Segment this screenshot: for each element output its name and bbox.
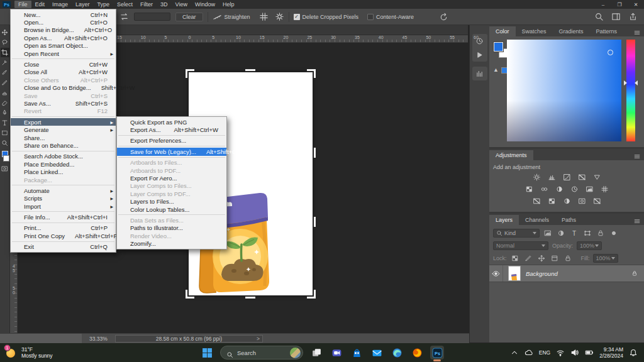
- crop-handle-right-2[interactable]: [314, 217, 316, 227]
- hue-slider[interactable]: [626, 40, 635, 141]
- mail-app-icon[interactable]: [370, 346, 384, 359]
- fill-value-dropdown[interactable]: 100%: [593, 254, 618, 263]
- background-color-swatch[interactable]: [3, 155, 9, 162]
- menu-item-open-recent[interactable]: Open Recent▶: [11, 50, 116, 57]
- menu-item-save[interactable]: SaveCtrl+S: [11, 92, 116, 99]
- menu-item-share-on-behance[interactable]: Share on Behance...: [11, 141, 116, 149]
- lock-transparent-pixels-icon[interactable]: [510, 254, 520, 263]
- tab-adjustments[interactable]: Adjustments: [489, 150, 533, 160]
- delete-cropped-pixels-checkbox[interactable]: ✓ Delete Cropped Pixels: [294, 14, 359, 20]
- crop-handle-top[interactable]: [245, 69, 255, 71]
- tab-gradients[interactable]: Gradients: [553, 26, 590, 36]
- tab-color[interactable]: Color: [489, 26, 516, 36]
- filter-adjustment-layers-icon[interactable]: [556, 229, 566, 238]
- menu-item-new[interactable]: New...Ctrl+N: [11, 11, 116, 18]
- weather-widget[interactable]: 1 31°F Mostly sunny: [0, 346, 126, 359]
- menu-item-place-embedded[interactable]: Place Embedded...: [11, 160, 116, 168]
- clear-button[interactable]: Clear: [175, 13, 203, 21]
- selective-color-adjustment-icon[interactable]: [577, 197, 587, 205]
- pen-tool[interactable]: [1, 108, 9, 118]
- panel-menu-icon[interactable]: [633, 28, 641, 35]
- type-tool[interactable]: [1, 118, 9, 128]
- menu-item-layers-to-files[interactable]: Layers to Files...: [117, 198, 226, 206]
- status-chevron-icon[interactable]: >: [257, 336, 260, 342]
- menu-item-generate[interactable]: Generate▶: [11, 126, 116, 133]
- menu-item-browse-in-bridge[interactable]: Browse in Bridge...Alt+Ctrl+O: [11, 26, 116, 34]
- color-cursor[interactable]: [608, 50, 613, 55]
- zoom-tool[interactable]: [1, 138, 9, 148]
- menu-item-quick-export-as-png[interactable]: Quick Export as PNG: [117, 118, 226, 126]
- share-icon[interactable]: [628, 12, 638, 21]
- menu-item-scripts[interactable]: Scripts▶: [11, 195, 116, 202]
- menu-item-import[interactable]: Import▶: [11, 202, 116, 210]
- opacity-value-dropdown[interactable]: 100%: [577, 241, 602, 250]
- quick-mask-icon[interactable]: [1, 164, 9, 173]
- tab-channels[interactable]: Channels: [519, 215, 555, 225]
- crop-handle-right[interactable]: [314, 148, 316, 158]
- restore-button[interactable]: ❐: [611, 0, 628, 9]
- menubar-item-select[interactable]: Select: [113, 1, 136, 8]
- wifi-icon[interactable]: [556, 348, 565, 357]
- tray-chevron-up-icon[interactable]: [510, 348, 519, 357]
- menu-item-close-and-go-to-bridge[interactable]: Close and Go to Bridge...Shift+Ctrl+W: [11, 84, 116, 92]
- libraries-panel-button[interactable]: [472, 67, 487, 80]
- menu-item-layer-comps-to-pdf[interactable]: Layer Comps to PDF...: [117, 190, 226, 197]
- crop-handle-bottom[interactable]: [245, 297, 255, 299]
- menu-item-save-as[interactable]: Save As...Shift+Ctrl+S: [11, 99, 116, 107]
- document-info[interactable]: 28.58 cm x 50.8 cm (96 ppi) >: [115, 335, 263, 343]
- close-button[interactable]: ✕: [628, 0, 644, 9]
- layer-name[interactable]: Background: [526, 270, 631, 277]
- menu-item-data-sets-as-files[interactable]: Data Sets as Files...: [117, 216, 226, 224]
- menu-item-close[interactable]: CloseCtrl+W: [11, 60, 116, 68]
- menu-item-open-as-smart-object[interactable]: Open as Smart Object...: [11, 42, 116, 50]
- menu-item-artboards-to-pdf[interactable]: Artboards to PDF...: [117, 167, 226, 174]
- menu-item-zoomify[interactable]: Zoomify...: [117, 239, 226, 247]
- layer-visibility-eye-icon[interactable]: [489, 265, 503, 282]
- gamut-warning-icon[interactable]: ▲: [493, 67, 499, 73]
- photo-filter-adjustment-icon[interactable]: [570, 185, 579, 193]
- crop-handle-bottom-left[interactable]: [186, 290, 194, 299]
- menu-item-render-video[interactable]: Render Video...: [117, 232, 226, 239]
- clock[interactable]: 9:34 AM 2/28/2024: [599, 346, 623, 359]
- menu-item-file-info[interactable]: File Info...Alt+Shift+Ctrl+I: [11, 213, 116, 221]
- search-box[interactable]: Search: [220, 346, 303, 359]
- menu-item-close-others[interactable]: Close OthersAlt+Ctrl+P: [11, 76, 116, 84]
- curves-adjustment-icon[interactable]: [562, 173, 572, 181]
- layer-row-background[interactable]: Background: [489, 265, 644, 282]
- hue-handle-right[interactable]: [635, 80, 638, 85]
- levels-adjustment-icon[interactable]: [547, 173, 557, 181]
- blend-mode-dropdown[interactable]: Normal: [493, 241, 548, 250]
- chat-app-icon[interactable]: [330, 346, 343, 359]
- color-lookup-adjustment-icon[interactable]: [600, 185, 609, 193]
- crop-settings-gear-icon[interactable]: [275, 12, 284, 21]
- menu-item-paths-to-illustrator[interactable]: Paths to Illustrator...: [117, 224, 226, 232]
- threshold-adjustment-icon[interactable]: [562, 197, 572, 205]
- lock-position-icon[interactable]: [536, 254, 547, 263]
- brush-tool[interactable]: [1, 78, 9, 87]
- eraser-tool[interactable]: [1, 98, 9, 107]
- start-button[interactable]: [200, 346, 214, 359]
- move-tool[interactable]: [1, 28, 9, 37]
- tab-swatches[interactable]: Swatches: [516, 26, 553, 36]
- menubar-item-3d[interactable]: 3D: [157, 1, 172, 8]
- crop-handle-top-left[interactable]: [186, 69, 194, 78]
- menubar-item-image[interactable]: Image: [48, 1, 72, 8]
- zoom-level[interactable]: 33.33%: [82, 336, 115, 342]
- clone-stamp-tool[interactable]: [1, 88, 9, 97]
- search-highlight-thumbnail[interactable]: [290, 348, 301, 358]
- menu-item-print[interactable]: Print...Ctrl+P: [11, 224, 116, 232]
- color-balance-adjustment-icon[interactable]: [540, 185, 549, 193]
- edge-browser-icon[interactable]: [390, 346, 404, 359]
- gradient-map-adjustment-icon[interactable]: [592, 197, 602, 205]
- menubar-item-file[interactable]: File: [14, 1, 31, 8]
- search-icon[interactable]: [594, 12, 604, 21]
- posterize-adjustment-icon[interactable]: [547, 197, 557, 205]
- eyedropper-tool[interactable]: [1, 58, 9, 67]
- menu-item-place-linked[interactable]: Place Linked...: [11, 168, 116, 175]
- menu-item-share[interactable]: Share...: [11, 134, 116, 141]
- menu-item-color-lookup-tables[interactable]: Color Lookup Tables...: [117, 206, 226, 213]
- firefox-browser-icon[interactable]: [410, 346, 424, 359]
- layer-filter-kind-dropdown[interactable]: Kind: [493, 229, 540, 238]
- actions-panel-button[interactable]: [472, 48, 487, 62]
- tab-paths[interactable]: Paths: [555, 215, 582, 225]
